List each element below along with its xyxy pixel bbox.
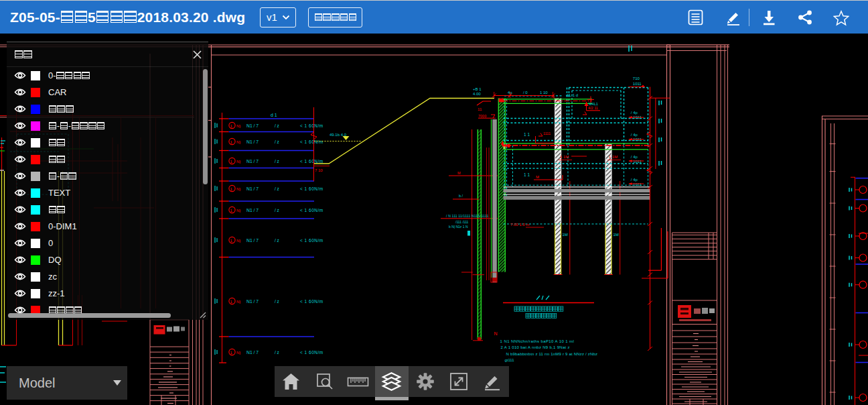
svg-text:< 1 60N/m: < 1 60N/m <box>300 208 323 213</box>
svg-text:N}: N} <box>236 140 240 144</box>
svg-text:N}: N} <box>236 160 240 164</box>
svg-text:1: 1 <box>230 187 233 191</box>
svg-text:/ 4p: / 4p <box>631 133 638 137</box>
svg-text:d 1: d 1 <box>271 113 277 117</box>
svg-text:1: 1 <box>230 160 233 164</box>
svg-text:1: 1 <box>230 124 233 128</box>
svg-text:/ z: / z <box>275 208 279 213</box>
svg-text:1 1M: 1 1M <box>560 155 569 159</box>
svg-text:b /: b / <box>459 194 463 198</box>
svg-text:/ N 111 11/1111 N11N 1111: / N 111 11/1111 N11N 1111 <box>446 214 489 218</box>
svg-text:N}: N} <box>236 239 240 243</box>
svg-text:1: 1 <box>230 300 233 304</box>
svg-text:/ z: / z <box>275 159 279 164</box>
svg-text:b N| N1z 1 N: b N| N1z 1 N <box>449 225 468 229</box>
svg-text:7 10: 7 10 <box>315 168 323 172</box>
svg-text:/111 /111: /111 /111 <box>455 220 469 224</box>
svg-text:1 1: 1 1 <box>524 172 530 177</box>
svg-text:1M: 1M <box>613 233 619 237</box>
svg-text:N1 / 7: N1 / 7 <box>246 350 259 355</box>
svg-text:N}: N} <box>236 351 240 355</box>
svg-text:N1 / 7: N1 / 7 <box>246 186 259 191</box>
svg-text:/ z: / z <box>275 123 279 128</box>
svg-text:7.00 1.0 m: 7.00 1.0 m <box>510 223 529 227</box>
svg-text:1M: 1M <box>563 233 568 237</box>
svg-text:N1 / 7: N1 / 7 <box>246 208 259 213</box>
svg-text:1 1M: 1 1M <box>609 155 618 159</box>
svg-text:M: M <box>536 175 539 179</box>
svg-text:< 1 60N/m: < 1 60N/m <box>300 350 323 355</box>
svg-text:< 1 60N/m: < 1 60N/m <box>300 186 323 191</box>
svg-text:/ 1011: / 1011 <box>631 115 642 119</box>
svg-text:1: 1 <box>230 239 233 243</box>
svg-text:1011: 1011 <box>633 82 642 86</box>
svg-text:11: 11 <box>478 107 482 111</box>
svg-text:N}: N} <box>236 187 240 191</box>
svg-text:N1 / 7: N1 / 7 <box>246 238 259 243</box>
svg-text:d/L 1 d: d/L 1 d <box>566 93 578 97</box>
svg-text:1: 1 <box>230 140 233 144</box>
svg-text:N}: N} <box>236 300 240 304</box>
svg-text:M4L1: M4L1 <box>589 102 598 106</box>
svg-text:+B 1: +B 1 <box>473 87 482 91</box>
svg-text:1 N1 NNNchn/raths baP10 A: 1 N1 NNNchn/raths baP10 A 10 1 ml <box>500 339 575 343</box>
svg-text:1 1: 1 1 <box>524 132 530 137</box>
svg-text:M: M <box>457 171 461 175</box>
svg-text:/ z: / z <box>275 186 279 191</box>
svg-text:< 1 60N/m: < 1 60N/m <box>300 123 323 128</box>
svg-text:4/2 11: 4/2 11 <box>588 106 598 110</box>
svg-text:< 1 60N/m: < 1 60N/m <box>300 238 323 243</box>
svg-text:< 1 60N/m: < 1 60N/m <box>300 159 323 164</box>
svg-text:N}: N} <box>236 209 240 213</box>
svg-text:1 10: 1 10 <box>540 91 548 95</box>
svg-text:/ z: / z <box>275 139 279 144</box>
svg-text:N: N <box>494 331 498 336</box>
svg-text:gt111: gt111 <box>504 358 514 362</box>
svg-text:N1 / 7: N1 / 7 <box>246 299 259 304</box>
svg-text:< 1 60N/m: < 1 60N/m <box>300 299 323 304</box>
svg-text:/ 4p: / 4p <box>631 111 638 115</box>
svg-text:N1 / 7: N1 / 7 <box>246 139 259 144</box>
svg-text:4.00: 4.00 <box>473 92 481 96</box>
svg-text:49.1b 4.0: 49.1b 4.0 <box>330 133 347 137</box>
svg-text:/ 0: / 0 <box>523 91 528 95</box>
svg-text:/ 4p: / 4p <box>631 178 638 182</box>
svg-text:7000: 7000 <box>478 114 486 118</box>
svg-text:1: 1 <box>230 209 233 213</box>
svg-text:/ 4p: / 4p <box>631 155 638 159</box>
svg-text:1111: 1111 <box>543 131 551 135</box>
svg-text:/ z: / z <box>275 350 279 355</box>
svg-text:710: 710 <box>633 76 640 80</box>
svg-text:2 A 1 010 bat A nnbz: 2 A 1 010 bat A nnbz N9 b,1 9Nat z <box>501 345 570 349</box>
svg-text:1: 1 <box>230 351 233 355</box>
svg-text:/ z: / z <box>275 238 279 243</box>
svg-text:N b9babbtnbtn z 11 rm 1nM9: N b9babbtnbtn z 11 rm 1nM9 r 9 at NNzz /… <box>506 352 598 356</box>
svg-text:N}: N} <box>236 124 240 128</box>
svg-text:N1 / 7: N1 / 7 <box>246 123 259 128</box>
svg-text:N1 / 7: N1 / 7 <box>246 159 259 164</box>
svg-text:/ z: / z <box>275 299 279 304</box>
